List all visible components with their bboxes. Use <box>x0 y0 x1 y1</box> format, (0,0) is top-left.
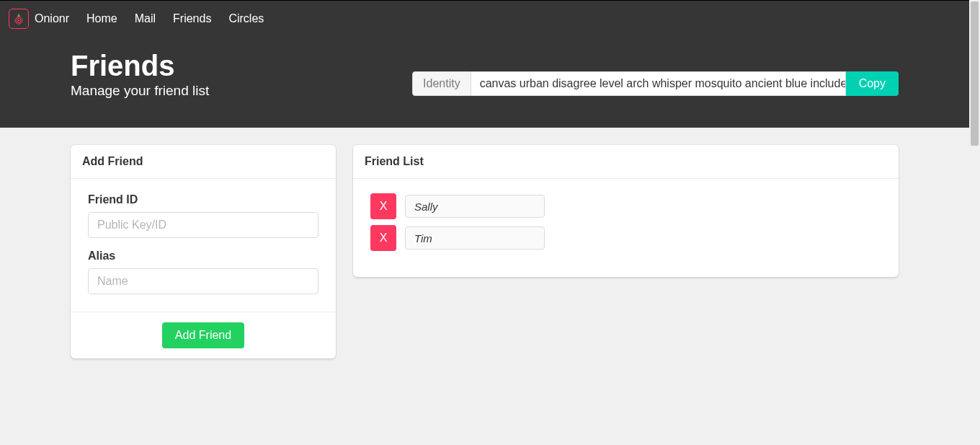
alias-input[interactable] <box>88 268 318 294</box>
add-friend-header: Add Friend <box>71 145 336 179</box>
page-title: Friends <box>71 50 209 81</box>
nav-friends[interactable]: Friends <box>164 6 220 31</box>
main-content: Add Friend Friend ID Alias Add Friend Fr… <box>0 128 969 376</box>
friend-name[interactable]: Tim <box>405 226 545 250</box>
navbar: Onionr Home Mail Friends Circles <box>0 1 969 37</box>
hero-section: Onionr Home Mail Friends Circles Friends… <box>0 1 969 128</box>
svg-point-2 <box>18 19 19 21</box>
alias-label: Alias <box>88 250 318 263</box>
nav-circles[interactable]: Circles <box>220 6 272 31</box>
brand-name: Onionr <box>35 12 69 25</box>
friend-name[interactable]: Sally <box>405 195 545 218</box>
friend-list-header: Friend List <box>353 145 899 179</box>
identity-value[interactable]: canvas urban disagree level arch whisper… <box>471 71 846 96</box>
delete-friend-button[interactable]: X <box>370 193 396 219</box>
scrollbar-thumb[interactable] <box>971 1 979 146</box>
page-subtitle: Manage your friend list <box>71 83 209 99</box>
add-friend-card: Add Friend Friend ID Alias Add Friend <box>71 145 336 358</box>
friend-list-card: Friend List X Sally X Tim <box>353 145 899 277</box>
onion-icon <box>9 9 29 29</box>
copy-button[interactable]: Copy <box>846 71 899 96</box>
friend-id-input[interactable] <box>88 212 318 238</box>
friend-id-label: Friend ID <box>88 193 318 206</box>
nav-home[interactable]: Home <box>78 6 126 31</box>
friend-row: X Tim <box>370 225 881 251</box>
navbar-brand[interactable]: Onionr <box>9 9 78 29</box>
scrollbar-track[interactable] <box>969 0 980 445</box>
add-friend-button[interactable]: Add Friend <box>162 322 244 348</box>
delete-friend-button[interactable]: X <box>370 225 396 251</box>
identity-label: Identity <box>412 71 471 96</box>
nav-mail[interactable]: Mail <box>126 6 164 31</box>
identity-group: Identity canvas urban disagree level arc… <box>412 71 899 96</box>
friend-row: X Sally <box>370 193 881 219</box>
